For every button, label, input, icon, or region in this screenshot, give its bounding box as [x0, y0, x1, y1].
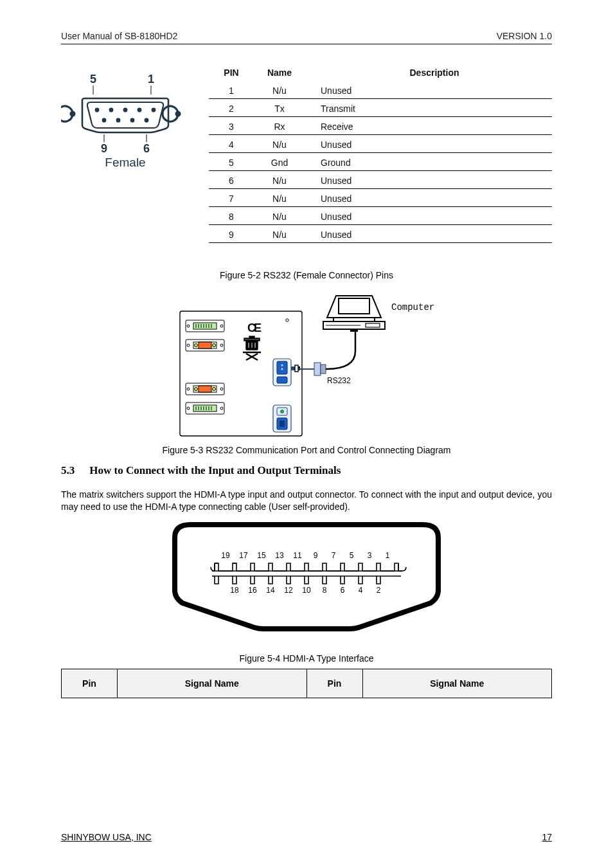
svg-rect-81	[339, 298, 369, 314]
pin-table-h1: PIN	[209, 66, 254, 81]
svg-text:5: 5	[350, 551, 354, 560]
table-row: 4N/uUnused	[209, 135, 552, 153]
table-row: 9N/uUnused	[209, 225, 552, 243]
header-right: VERSION 1.0	[497, 31, 552, 41]
table-row: 2TxTransmit	[209, 99, 552, 117]
header: User Manual of SB-8180HD2 VERSION 1.0	[61, 31, 552, 44]
svg-rect-33	[199, 342, 211, 348]
svg-point-76	[280, 410, 284, 413]
svg-rect-70	[277, 377, 287, 383]
svg-text:19: 19	[221, 551, 230, 560]
svg-rect-86	[350, 329, 358, 332]
body-paragraph: The matrix switchers support the HDMI-A …	[61, 489, 552, 513]
label-female: Female	[105, 156, 145, 169]
svg-point-11	[130, 118, 135, 123]
svg-rect-79	[314, 363, 321, 375]
svg-point-3	[175, 111, 181, 117]
table-row: 6N/uUnused	[209, 171, 552, 189]
header-divider	[61, 44, 552, 44]
svg-rect-46	[193, 405, 217, 411]
rs232-label: RS232	[327, 376, 351, 385]
svg-text:12: 12	[284, 586, 293, 595]
section-heading: 5.3 How to Connect with the Input and Ou…	[61, 464, 552, 477]
svg-point-10	[116, 118, 121, 123]
svg-point-2	[70, 111, 76, 117]
table-row: 3RxReceive	[209, 117, 552, 135]
svg-point-4	[95, 108, 100, 113]
svg-point-7	[138, 108, 142, 113]
pin-label-6: 6	[143, 142, 150, 155]
bt-h2: Signal Name	[118, 669, 307, 698]
table-row: 1N/uUnused	[209, 81, 552, 99]
bt-h4: Signal Name	[362, 669, 552, 698]
header-left: User Manual of SB-8180HD2	[61, 31, 177, 41]
caption-hdmi: Figure 5-4 HDMI-A Type Interface	[61, 653, 552, 664]
page: User Manual of SB-8180HD2 VERSION 1.0 5 …	[0, 0, 613, 868]
pin-label-5: 5	[90, 73, 96, 86]
section-num: 5.3	[61, 464, 87, 477]
svg-text:2: 2	[377, 586, 381, 595]
computer-label: Computer	[391, 302, 434, 312]
svg-text:6: 6	[341, 586, 345, 595]
bt-h3: Pin	[306, 669, 362, 698]
svg-rect-78	[280, 420, 285, 427]
svg-point-9	[102, 118, 107, 123]
footer-right: 17	[542, 832, 552, 842]
svg-text:13: 13	[275, 551, 284, 560]
svg-point-8	[152, 108, 156, 113]
svg-text:1: 1	[386, 551, 390, 560]
svg-rect-67	[277, 361, 287, 374]
table-row: 8N/uUnused	[209, 207, 552, 225]
caption-rs232-pins: Figure 5-2 RS232 (Female Connector) Pins	[61, 270, 552, 280]
svg-rect-59	[249, 336, 254, 338]
svg-text:10: 10	[302, 586, 311, 595]
svg-rect-21	[193, 323, 217, 329]
caption-rs232-diagram: Figure 5-3 RS232 Communication Port and …	[61, 445, 552, 455]
hdmi-pin-table: Pin Signal Name Pin Signal Name	[61, 669, 552, 698]
svg-text:14: 14	[266, 586, 275, 595]
svg-text:18: 18	[230, 586, 239, 595]
section-title: How to Connect with the Input and Output…	[89, 464, 341, 476]
svg-point-35	[213, 344, 216, 347]
svg-point-42	[213, 388, 216, 391]
pin-table: PIN Name Description 1N/uUnused 2TxTrans…	[209, 66, 552, 243]
svg-point-5	[109, 108, 114, 113]
svg-point-69	[281, 368, 283, 370]
svg-rect-71	[291, 366, 295, 370]
svg-text:17: 17	[239, 551, 248, 560]
hdmi-svg: 1917151311 97531	[168, 518, 445, 634]
bt-h1: Pin	[62, 669, 118, 698]
pin-label-1: 1	[148, 73, 154, 86]
db9-connector-drawing: 5 1 9	[61, 66, 190, 173]
footer: SHINYBOW USA, INC 17	[61, 832, 552, 842]
svg-text:15: 15	[257, 551, 266, 560]
pin-table-h2: Name	[254, 66, 305, 81]
hdmi-figure: 1917151311 97531	[61, 518, 552, 637]
svg-text:7: 7	[332, 551, 336, 560]
svg-point-68	[281, 365, 283, 366]
pin-table-wrap: PIN Name Description 1N/uUnused 2TxTrans…	[209, 66, 552, 243]
footer-left: SHINYBOW USA, INC	[61, 832, 152, 842]
svg-rect-80	[321, 365, 326, 374]
svg-text:E: E	[254, 321, 262, 334]
svg-point-41	[195, 388, 198, 391]
svg-point-6	[123, 108, 128, 113]
svg-text:4: 4	[359, 586, 363, 595]
row-db9-table: 5 1 9	[61, 66, 552, 243]
rs232-diagram-wrap: C E	[61, 292, 552, 440]
svg-point-12	[145, 118, 149, 123]
svg-rect-40	[199, 386, 211, 392]
table-row: 5GndGround	[209, 153, 552, 171]
svg-point-34	[195, 344, 198, 347]
pin-label-9: 9	[101, 142, 107, 155]
rs232-diagram-svg: C E	[178, 292, 435, 440]
svg-text:11: 11	[293, 551, 302, 560]
svg-text:8: 8	[323, 586, 327, 595]
pin-table-h3: Description	[305, 66, 552, 81]
svg-text:9: 9	[314, 551, 318, 560]
svg-point-16	[286, 319, 289, 321]
db9-figure: 5 1 9	[61, 66, 190, 176]
svg-rect-84	[366, 323, 380, 327]
svg-text:3: 3	[368, 551, 372, 560]
svg-text:16: 16	[248, 586, 257, 595]
